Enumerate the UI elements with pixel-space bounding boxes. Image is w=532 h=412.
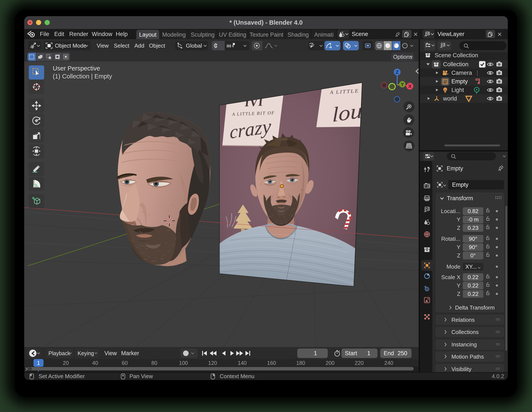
svg-text:90°: 90° bbox=[469, 244, 477, 250]
svg-text:Y: Y bbox=[401, 82, 404, 87]
svg-text:Y: Y bbox=[457, 282, 460, 289]
svg-text:Z: Z bbox=[396, 69, 399, 75]
svg-text:90°: 90° bbox=[469, 236, 477, 242]
svg-text:0.22: 0.22 bbox=[468, 282, 479, 289]
svg-text:Delta Transform: Delta Transform bbox=[455, 304, 495, 311]
svg-text:XY...: XY... bbox=[465, 263, 477, 270]
svg-text:Relations: Relations bbox=[451, 316, 475, 323]
svg-text:Mode: Mode bbox=[446, 263, 460, 270]
svg-text:Motion Paths: Motion Paths bbox=[451, 354, 484, 360]
svg-text:-0 m: -0 m bbox=[467, 216, 479, 223]
svg-text:Y: Y bbox=[457, 244, 460, 250]
svg-text:0.22: 0.22 bbox=[468, 274, 479, 280]
svg-text:0°: 0° bbox=[470, 252, 476, 259]
svg-text:Y: Y bbox=[457, 216, 460, 223]
svg-text:Instancing: Instancing bbox=[451, 341, 477, 348]
svg-text:0.82: 0.82 bbox=[468, 208, 479, 214]
svg-text:0.23: 0.23 bbox=[468, 225, 479, 231]
svg-text:Rotati...: Rotati... bbox=[441, 236, 460, 242]
svg-text:Visibility: Visibility bbox=[451, 366, 471, 372]
svg-text:Z: Z bbox=[457, 225, 460, 231]
svg-text:Collections: Collections bbox=[451, 329, 479, 335]
svg-text:X: X bbox=[408, 84, 411, 89]
svg-text:0.22: 0.22 bbox=[468, 291, 479, 297]
svg-text:Z: Z bbox=[457, 252, 460, 259]
svg-text:Z: Z bbox=[457, 291, 460, 297]
svg-text:Scale X: Scale X bbox=[441, 274, 460, 280]
svg-text:Locati...: Locati... bbox=[441, 208, 460, 214]
